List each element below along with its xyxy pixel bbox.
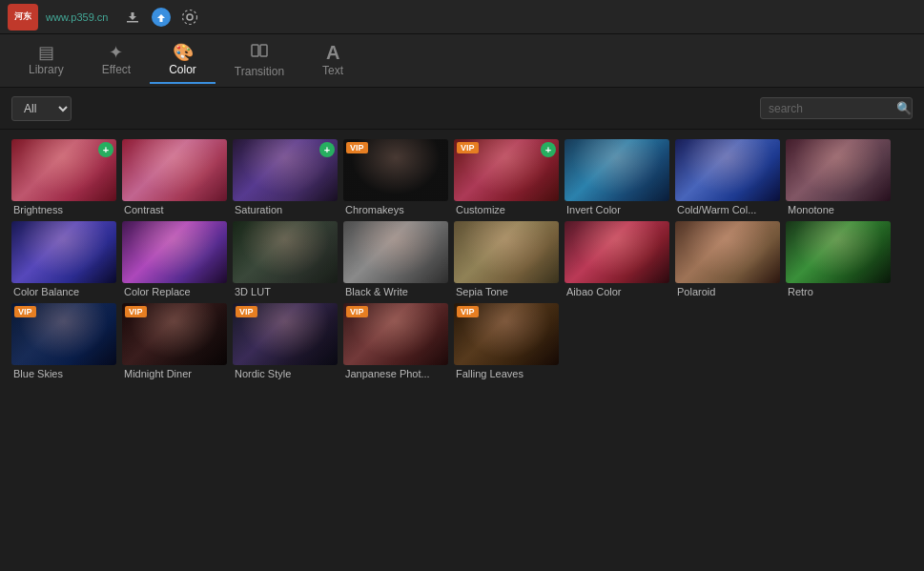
download-icon[interactable] (123, 8, 142, 27)
app-logo: 河东 (8, 4, 38, 31)
item-label-retro: Retro (786, 286, 891, 297)
grid-item-polaroid[interactable]: Polaroid (675, 221, 780, 297)
tab-effect[interactable]: ✦ Effect (83, 38, 150, 84)
thumb-contrast (122, 139, 227, 201)
vip-badge-chromakeys: VIP (346, 142, 368, 153)
item-label-monotone: Monotone (786, 204, 891, 215)
tab-library[interactable]: ▤ Library (10, 38, 83, 84)
plus-badge-customize: + (541, 142, 556, 157)
svg-point-2 (187, 14, 193, 20)
item-label-colorbalance: Color Balance (11, 286, 116, 297)
svg-rect-0 (127, 21, 138, 23)
grid-item-saturation[interactable]: +Saturation (233, 139, 338, 215)
face-overlay-coldwarm (675, 139, 780, 201)
item-label-blueskies: Blue Skies (11, 368, 116, 379)
item-label-nordicstyle: Nordic Style (233, 368, 338, 379)
grid-item-midnightdiner[interactable]: VIPMidnight Diner (122, 303, 227, 379)
thumb-brightness: + (11, 139, 116, 201)
grid-item-customize[interactable]: VIP+Customize (454, 139, 559, 215)
titlebar: 河东 www.p359.cn (0, 0, 924, 34)
face-overlay-polaroid (675, 221, 780, 283)
filter-bar: All Free VIP 🔍 (0, 88, 924, 130)
grid-item-sepiatone[interactable]: Sepia Tone (454, 221, 559, 297)
search-input[interactable] (769, 102, 893, 115)
thumb-3dlut (233, 221, 338, 283)
thumb-saturation: + (233, 139, 338, 201)
vip-badge-nordicstyle: VIP (236, 306, 257, 317)
item-label-aibao: Aibao Color (565, 286, 669, 297)
thumb-nordicstyle: VIP (233, 303, 338, 365)
color-icon: 🎨 (173, 44, 194, 61)
nav-tabs: ▤ Library ✦ Effect 🎨 Color Transition A … (0, 34, 924, 88)
face-overlay-colorbalance (11, 221, 116, 283)
vip-badge-blueskies: VIP (14, 306, 36, 317)
effect-icon: ✦ (109, 44, 123, 61)
thumb-customize: VIP+ (454, 139, 559, 201)
grid-item-invert-color[interactable]: Invert Color (565, 139, 669, 215)
grid-item-contrast[interactable]: Contrast (122, 139, 227, 215)
item-label-janpanese: Janpanese Phot... (343, 368, 448, 379)
face-overlay-sepiatone (454, 221, 559, 283)
vip-badge-janpanese: VIP (346, 306, 368, 317)
face-overlay-3dlut (233, 221, 338, 283)
tab-color[interactable]: 🎨 Color (150, 38, 216, 84)
thumb-colorbalance (11, 221, 116, 283)
face-overlay-retro (786, 221, 891, 283)
item-label-invert-color: Invert Color (565, 204, 669, 215)
thumb-fallingleaves: VIP (454, 303, 559, 365)
settings-icon[interactable] (180, 8, 199, 27)
grid-item-aibao[interactable]: Aibao Color (565, 221, 669, 297)
search-box: 🔍 (760, 97, 913, 119)
tab-transition[interactable]: Transition (216, 35, 303, 86)
item-label-blackwrite: Black & Write (343, 286, 448, 297)
plus-badge-brightness: + (98, 142, 113, 157)
effects-grid: +BrightnessContrast+SaturationVIPChromak… (0, 130, 924, 571)
thumb-invert-color (565, 139, 669, 201)
grid-item-fallingleaves[interactable]: VIPFalling Leaves (454, 303, 559, 379)
vip-badge-midnightdiner: VIP (125, 306, 147, 317)
grid-item-retro[interactable]: Retro (786, 221, 891, 297)
category-select[interactable]: All Free VIP (11, 96, 72, 121)
grid-item-nordicstyle[interactable]: VIPNordic Style (233, 303, 338, 379)
grid-item-coldwarm[interactable]: Cold/Warm Col... (675, 139, 780, 215)
grid-item-3dlut[interactable]: 3D LUT (233, 221, 338, 297)
thumb-blackwrite (343, 221, 448, 283)
face-overlay-blackwrite (343, 221, 448, 283)
titlebar-icons (123, 8, 199, 27)
thumb-janpanese: VIP (343, 303, 448, 365)
svg-point-3 (183, 10, 197, 24)
item-label-saturation: Saturation (233, 204, 338, 215)
plus-badge-saturation: + (319, 142, 335, 157)
grid-item-chromakeys[interactable]: VIPChromakeys (343, 139, 448, 215)
grid-item-monotone[interactable]: Monotone (786, 139, 891, 215)
text-icon: A (326, 43, 339, 62)
item-label-contrast: Contrast (122, 204, 227, 215)
item-label-sepiatone: Sepia Tone (454, 286, 559, 297)
face-overlay-aibao (565, 221, 669, 283)
thumb-aibao (565, 221, 669, 283)
item-label-polaroid: Polaroid (675, 286, 780, 297)
thumb-sepiatone (454, 221, 559, 283)
item-label-chromakeys: Chromakeys (343, 204, 448, 215)
grid-item-colorbalance[interactable]: Color Balance (11, 221, 116, 297)
thumb-retro (786, 221, 891, 283)
grid-item-colorreplace[interactable]: Color Replace (122, 221, 227, 297)
grid-item-blackwrite[interactable]: Black & Write (343, 221, 448, 297)
grid-item-janpanese[interactable]: VIPJanpanese Phot... (343, 303, 448, 379)
face-overlay-invert-color (565, 139, 669, 201)
thumb-coldwarm (675, 139, 780, 201)
upload-icon[interactable] (152, 8, 171, 27)
thumb-chromakeys: VIP (343, 139, 448, 201)
tab-text[interactable]: A Text (303, 37, 362, 85)
item-label-colorreplace: Color Replace (122, 286, 227, 297)
svg-rect-5 (260, 45, 267, 56)
transition-icon (250, 41, 269, 63)
face-overlay-colorreplace (122, 221, 227, 283)
face-overlay-contrast (122, 139, 227, 201)
grid-item-blueskies[interactable]: VIPBlue Skies (11, 303, 116, 379)
thumb-monotone (786, 139, 891, 201)
library-icon: ▤ (38, 44, 54, 61)
thumb-colorreplace (122, 221, 227, 283)
grid-item-brightness[interactable]: +Brightness (11, 139, 116, 215)
thumb-midnightdiner: VIP (122, 303, 227, 365)
